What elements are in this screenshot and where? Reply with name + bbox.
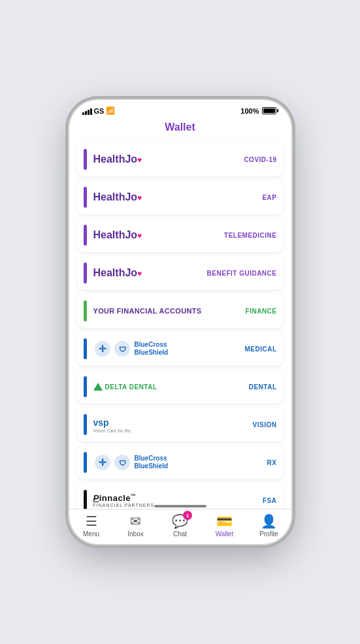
card-logo: DELTA DENTAL (93, 383, 249, 391)
bcbs-rx-shield2-icon: 🛡 (113, 453, 131, 472)
svg-text:✛: ✛ (99, 457, 106, 468)
card-bar (84, 263, 87, 283)
battery-percent: 100% (240, 107, 259, 115)
chat-badge-dot: 1 (183, 511, 192, 520)
nav-label-inbox: Inbox (127, 530, 143, 538)
list-item[interactable]: YOUR FINANCIAL ACCOUNTS FINANCE (77, 294, 284, 328)
phone-frame: GS 📶 100% Wallet HealthJo♥ COVID-19 (69, 100, 291, 544)
page-title: Wallet (69, 118, 291, 138)
card-logo: vsp Vision Care for life. (93, 417, 253, 433)
card-badge: RX (267, 459, 277, 466)
card-bar (84, 149, 87, 170)
nav-item-inbox[interactable]: ✉ Inbox (120, 513, 152, 538)
nav-label-menu: Menu (83, 530, 99, 538)
card-logo: ✛ 🛡 BlueCrossBlueShield (93, 340, 245, 358)
vsp-text: vsp (93, 417, 109, 428)
status-left: GS 📶 (82, 106, 116, 115)
nav-label-wallet: Wallet (216, 530, 233, 538)
card-badge: MEDICAL (244, 346, 276, 353)
nav-label-chat: Chat (173, 530, 187, 538)
card-bar (84, 225, 87, 246)
healthjoy-logo: HealthJo♥ (93, 153, 142, 165)
card-badge: EAP (262, 194, 276, 201)
list-item[interactable]: ✛ 🛡 BlueCrossBlueShield MEDICAL (77, 332, 284, 366)
list-item[interactable]: HealthJo♥ TELEMEDICINE (77, 218, 284, 252)
profile-icon: 👤 (261, 513, 277, 529)
status-right: 100% (240, 107, 278, 115)
pinnacle-name: Pinnacle™ (93, 493, 155, 503)
svg-text:🛡: 🛡 (118, 346, 125, 353)
card-logo: HealthJo♥ (93, 229, 225, 241)
wallet-list[interactable]: HealthJo♥ COVID-19 HealthJo♥ EAP HealthJ… (69, 138, 291, 509)
svg-text:🛡: 🛡 (118, 459, 125, 467)
notch (148, 100, 213, 114)
wifi-icon: 📶 (106, 106, 115, 115)
list-item[interactable]: HealthJo♥ COVID-19 (77, 142, 284, 176)
delta-dental-text: DELTA DENTAL (105, 383, 157, 391)
nav-item-wallet[interactable]: 💳 Wallet (208, 513, 241, 538)
card-bar (84, 414, 87, 435)
vsp-subtitle: Vision Care for life. (93, 428, 132, 433)
battery-icon (262, 107, 278, 114)
delta-dental-logo: DELTA DENTAL (93, 383, 157, 391)
healthjoy-logo: HealthJo♥ (93, 191, 142, 203)
healthjoy-logo: HealthJo♥ (93, 267, 142, 279)
wallet-icon: 💳 (216, 513, 233, 529)
card-bar (84, 338, 87, 359)
card-bar (84, 187, 87, 208)
card-logo: ✛ 🛡 BlueCrossBlueShield (93, 453, 267, 472)
delta-triangle-icon (93, 383, 103, 391)
card-badge: BENEFIT GUIDANCE (207, 270, 277, 277)
card-bar (84, 376, 87, 397)
card-bar (84, 300, 87, 321)
menu-icon: ☰ (86, 513, 97, 529)
bottom-nav: ☰ Menu ✉ Inbox 💬 1 Chat 💳 Wallet 👤 Profi… (69, 509, 291, 544)
card-bar (84, 490, 87, 509)
inbox-icon: ✉ (130, 513, 141, 529)
financial-accounts-text: YOUR FINANCIAL ACCOUNTS (93, 307, 202, 315)
pinnacle-subtitle: FINANCIAL PARTNERS (93, 503, 155, 507)
nav-label-profile: Profile (259, 530, 278, 538)
healthjoy-logo: HealthJo♥ (93, 229, 142, 241)
bcbs-rx-shield-icon: ✛ (93, 453, 112, 472)
bcbs-logo: ✛ 🛡 BlueCrossBlueShield (93, 340, 169, 358)
svg-text:✛: ✛ (99, 344, 106, 354)
bcbs-rx-name-text: BlueCrossBlueShield (135, 455, 169, 470)
card-logo: HealthJo♥ (93, 267, 207, 279)
card-badge: DENTAL (249, 383, 277, 391)
card-badge: COVID-19 (244, 156, 276, 163)
nav-item-profile[interactable]: 👤 Profile (253, 513, 286, 538)
carrier-text: GS (94, 107, 105, 115)
nav-item-menu[interactable]: ☰ Menu (75, 513, 108, 538)
home-indicator (154, 505, 206, 507)
bcbs-shield-icon: ✛ (93, 340, 112, 358)
card-badge: TELEMEDICINE (224, 232, 276, 239)
bcbs-logo-rx: ✛ 🛡 BlueCrossBlueShield (93, 453, 169, 472)
pinnacle-logo: Pinnacle™ FINANCIAL PARTNERS (93, 493, 155, 507)
card-logo: HealthJo♥ (93, 153, 244, 165)
bcbs-name-text: BlueCrossBlueShield (135, 341, 169, 357)
vsp-logo: vsp Vision Care for life. (93, 417, 132, 433)
card-badge: VISION (253, 421, 277, 428)
list-item[interactable]: HealthJo♥ BENEFIT GUIDANCE (77, 256, 284, 290)
card-logo: YOUR FINANCIAL ACCOUNTS (93, 307, 246, 315)
list-item[interactable]: ✛ 🛡 BlueCrossBlueShield RX (77, 445, 284, 479)
list-item[interactable]: vsp Vision Care for life. VISION (77, 408, 284, 442)
card-logo: HealthJo♥ (93, 191, 263, 203)
card-badge: FSA (263, 497, 277, 504)
signal-bars-icon (82, 107, 92, 115)
list-item[interactable]: DELTA DENTAL DENTAL (77, 370, 284, 404)
chat-badge-container: 💬 1 (172, 513, 188, 529)
nav-item-chat[interactable]: 💬 1 Chat (164, 513, 197, 538)
bcbs-shield2-icon: 🛡 (113, 340, 131, 358)
list-item[interactable]: HealthJo♥ EAP (77, 180, 284, 214)
card-bar (84, 452, 87, 473)
card-badge: FINANCE (246, 308, 277, 315)
